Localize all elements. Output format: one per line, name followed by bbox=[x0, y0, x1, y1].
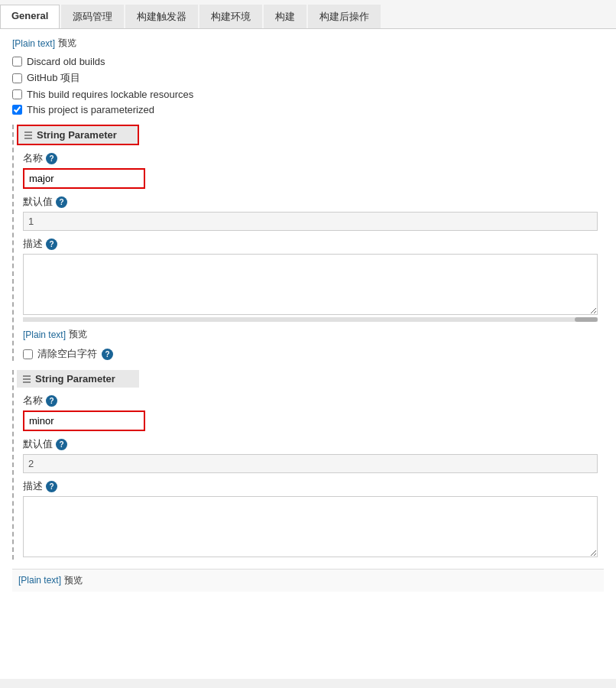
param1-header-label: String Parameter bbox=[37, 129, 117, 141]
param1-default-label-row: 默认值 ? bbox=[23, 195, 598, 209]
top-plain-text-link[interactable]: [Plain text] bbox=[12, 38, 55, 49]
param-section-1: String Parameter 名称 ? 默认值 ? 描述 ? bbox=[12, 125, 604, 361]
checkboxes-section: Discard old builds GitHub 项目 This build … bbox=[12, 56, 604, 115]
param1-preview-row: [Plain text] 预览 bbox=[23, 328, 598, 341]
param2-default-label: 默认值 bbox=[23, 437, 53, 451]
tab-post-build[interactable]: 构建后操作 bbox=[308, 5, 381, 28]
parameterized-label[interactable]: This project is parameterized bbox=[27, 104, 154, 115]
tab-build-env[interactable]: 构建环境 bbox=[199, 5, 262, 28]
param1-plain-text-link[interactable]: [Plain text] bbox=[23, 329, 66, 340]
param2-name-help-icon[interactable]: ? bbox=[46, 395, 57, 407]
param2-header: String Parameter bbox=[17, 370, 139, 388]
tab-bar: General 源码管理 构建触发器 构建环境 构建 构建后操作 bbox=[0, 0, 616, 29]
param1-desc-help-icon[interactable]: ? bbox=[46, 239, 57, 250]
param1-name-label: 名称 bbox=[23, 151, 43, 165]
param1-name-help-icon[interactable]: ? bbox=[46, 153, 57, 164]
tab-source[interactable]: 源码管理 bbox=[61, 5, 124, 28]
tab-general[interactable]: General bbox=[0, 5, 60, 28]
drag-handle-1[interactable] bbox=[24, 131, 32, 139]
param2-header-label: String Parameter bbox=[35, 373, 115, 385]
param1-preview-label: 预览 bbox=[69, 328, 87, 341]
lockable-resources-checkbox[interactable] bbox=[12, 89, 22, 99]
tab-build[interactable]: 构建 bbox=[264, 5, 306, 28]
param2-desc-row: 描述 ? bbox=[23, 479, 598, 560]
param1-trim-checkbox[interactable] bbox=[23, 349, 33, 359]
param2-name-input[interactable] bbox=[23, 411, 145, 431]
param1-name-label-row: 名称 ? bbox=[23, 151, 598, 165]
bottom-preview-label: 预览 bbox=[64, 575, 83, 586]
param1-default-help-icon[interactable]: ? bbox=[56, 196, 67, 208]
param-section-2: String Parameter 名称 ? 默认值 ? 描述 ? bbox=[12, 370, 604, 560]
checkbox-row-2: This build requires lockable resources bbox=[12, 89, 604, 100]
param2-default-row: 默认值 ? bbox=[23, 437, 598, 473]
checkbox-row-3: This project is parameterized bbox=[12, 104, 604, 115]
param2-desc-label: 描述 bbox=[23, 479, 43, 493]
param1-header: String Parameter bbox=[17, 125, 139, 145]
param1-trim-label[interactable]: 清除空白字符 bbox=[37, 347, 97, 361]
param2-default-label-row: 默认值 ? bbox=[23, 437, 598, 451]
param1-desc-row: 描述 ? bbox=[23, 237, 598, 322]
param1-name-input[interactable] bbox=[23, 168, 145, 189]
tab-triggers[interactable]: 构建触发器 bbox=[125, 5, 198, 28]
main-content: [Plain text] 预览 Discard old builds GitHu… bbox=[0, 29, 616, 679]
param2-desc-textarea[interactable] bbox=[23, 496, 598, 557]
param2-name-label: 名称 bbox=[23, 394, 43, 407]
top-preview-row: [Plain text] 预览 bbox=[12, 37, 604, 50]
top-preview-label: 预览 bbox=[58, 37, 76, 50]
param1-name-row: 名称 ? bbox=[23, 151, 598, 189]
param1-trim-help-icon[interactable]: ? bbox=[102, 349, 113, 360]
param1-default-row: 默认值 ? bbox=[23, 195, 598, 231]
param1-trim-row: 清除空白字符 ? bbox=[23, 347, 598, 361]
param2-default-input[interactable] bbox=[23, 454, 598, 473]
param2-name-label-row: 名称 ? bbox=[23, 394, 598, 407]
github-project-checkbox[interactable] bbox=[12, 73, 22, 83]
bottom-plain-text-link[interactable]: [Plain text] bbox=[18, 575, 61, 586]
drag-handle-2[interactable] bbox=[23, 375, 31, 383]
github-project-label[interactable]: GitHub 项目 bbox=[27, 71, 80, 85]
lockable-resources-label[interactable]: This build requires lockable resources bbox=[27, 89, 193, 100]
param2-default-help-icon[interactable]: ? bbox=[56, 439, 67, 450]
param1-scroll-indicator bbox=[23, 317, 598, 322]
checkbox-row-1: GitHub 项目 bbox=[12, 71, 604, 85]
param1-desc-textarea[interactable] bbox=[23, 254, 598, 315]
checkbox-row-0: Discard old builds bbox=[12, 56, 604, 67]
discard-builds-label[interactable]: Discard old builds bbox=[27, 56, 105, 67]
param1-default-input[interactable] bbox=[23, 212, 598, 231]
bottom-partial-preview: [Plain text] 预览 bbox=[12, 569, 604, 592]
parameterized-checkbox[interactable] bbox=[12, 105, 22, 115]
param2-name-row: 名称 ? bbox=[23, 394, 598, 431]
param2-desc-help-icon[interactable]: ? bbox=[46, 481, 57, 492]
param1-desc-label: 描述 bbox=[23, 237, 43, 251]
param2-desc-label-row: 描述 ? bbox=[23, 479, 598, 493]
param1-desc-label-row: 描述 ? bbox=[23, 237, 598, 251]
discard-builds-checkbox[interactable] bbox=[12, 57, 22, 67]
param1-default-label: 默认值 bbox=[23, 195, 53, 209]
